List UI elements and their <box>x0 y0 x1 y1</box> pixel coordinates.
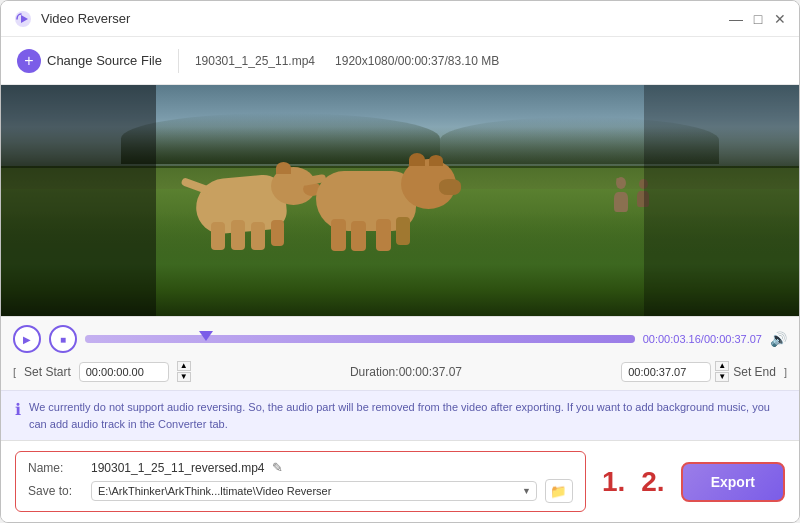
video-frame <box>1 85 799 316</box>
start-time-down[interactable]: ▼ <box>177 372 191 382</box>
file-info: 190301_1_25_11.mp4 1920x1080/00:00:37/83… <box>195 54 499 68</box>
play-button[interactable]: ▶ <box>13 325 41 353</box>
change-source-label: Change Source File <box>47 53 162 68</box>
play-icon: ▶ <box>23 334 31 345</box>
current-time: 00:00:03.16 <box>643 333 701 345</box>
start-time-stepper: ▲ ▼ <box>177 361 191 382</box>
step2-label: 2. <box>641 468 664 496</box>
name-row: Name: 190301_1_25_11_reversed.mp4 ✎ <box>28 460 573 475</box>
timeline-fill <box>85 335 635 343</box>
output-settings-group: Name: 190301_1_25_11_reversed.mp4 ✎ Save… <box>15 451 586 512</box>
left-letterbox <box>1 85 156 316</box>
step2-number: 2. <box>641 468 664 496</box>
total-time: 00:00:37.07 <box>704 333 762 345</box>
toolbar-separator <box>178 49 179 73</box>
controls-bar: ▶ ■ 00:00:03.16/00:00:37.07 🔊 [ Set Star… <box>1 316 799 390</box>
file-meta: 1920x1080/00:00:37/83.10 MB <box>335 54 499 68</box>
right-letterbox <box>644 85 799 316</box>
start-time-up[interactable]: ▲ <box>177 361 191 371</box>
save-label: Save to: <box>28 484 83 498</box>
impala1 <box>609 177 634 212</box>
lion-left <box>176 162 321 247</box>
step-numbers: 1. <box>602 468 625 496</box>
maximize-button[interactable]: □ <box>751 12 765 26</box>
end-time-stepper: ▲ ▼ <box>715 361 729 382</box>
volume-icon[interactable]: 🔊 <box>770 331 787 347</box>
name-value: 190301_1_25_11_reversed.mp4 <box>91 461 264 475</box>
title-bar: Video Reverser — □ ✕ <box>1 1 799 37</box>
export-button[interactable]: Export <box>681 462 785 502</box>
minimize-button[interactable]: — <box>729 12 743 26</box>
timeline-track[interactable] <box>85 329 635 349</box>
folder-icon: 📁 <box>550 484 567 499</box>
app-window: Video Reverser — □ ✕ + Change Source Fil… <box>0 0 800 523</box>
change-source-button[interactable]: + Change Source File <box>17 49 162 73</box>
browse-folder-button[interactable]: 📁 <box>545 479 573 503</box>
duration-label: Duration:00:00:37.07 <box>199 365 613 379</box>
end-time-down[interactable]: ▼ <box>715 372 729 382</box>
edit-icon[interactable]: ✎ <box>272 460 283 475</box>
window-controls: — □ ✕ <box>729 12 787 26</box>
bracket-end: ] <box>784 366 787 378</box>
app-title: Video Reverser <box>41 11 729 26</box>
plus-icon: + <box>17 49 41 73</box>
app-icon <box>13 9 33 29</box>
info-icon: ℹ <box>15 400 21 419</box>
start-time-input[interactable] <box>79 362 169 382</box>
end-time-up[interactable]: ▲ <box>715 361 729 371</box>
warning-row: ℹ We currently do not support audio reve… <box>1 390 799 440</box>
bracket-start: [ <box>13 366 16 378</box>
set-end-button[interactable]: Set End <box>733 365 776 379</box>
step1-label: 1. <box>602 468 625 496</box>
stop-button[interactable]: ■ <box>49 325 77 353</box>
set-start-button[interactable]: Set Start <box>24 365 71 379</box>
save-row: Save to: E:\ArkThinker\ArkThink...ltimat… <box>28 479 573 503</box>
save-path-select-wrapper: E:\ArkThinker\ArkThink...ltimate\Video R… <box>91 481 537 501</box>
video-preview <box>1 85 799 316</box>
end-time-group: ▲ ▼ Set End <box>621 361 776 382</box>
trim-row: [ Set Start ▲ ▼ Duration:00:00:37.07 ▲ ▼… <box>13 357 787 386</box>
warning-text: We currently do not support audio revers… <box>29 399 785 432</box>
save-path-select[interactable]: E:\ArkThinker\ArkThink...ltimate\Video R… <box>91 481 537 501</box>
playback-row: ▶ ■ 00:00:03.16/00:00:37.07 🔊 <box>13 325 787 353</box>
bottom-bar: Name: 190301_1_25_11_reversed.mp4 ✎ Save… <box>1 440 799 522</box>
stop-icon: ■ <box>60 334 66 345</box>
timeline-thumb <box>199 331 213 341</box>
time-display: 00:00:03.16/00:00:37.07 <box>643 333 762 345</box>
lion-right <box>301 151 471 251</box>
end-time-input[interactable] <box>621 362 711 382</box>
name-label: Name: <box>28 461 83 475</box>
toolbar: + Change Source File 190301_1_25_11.mp4 … <box>1 37 799 85</box>
file-name: 190301_1_25_11.mp4 <box>195 54 315 68</box>
timeline-background <box>85 335 635 343</box>
close-button[interactable]: ✕ <box>773 12 787 26</box>
